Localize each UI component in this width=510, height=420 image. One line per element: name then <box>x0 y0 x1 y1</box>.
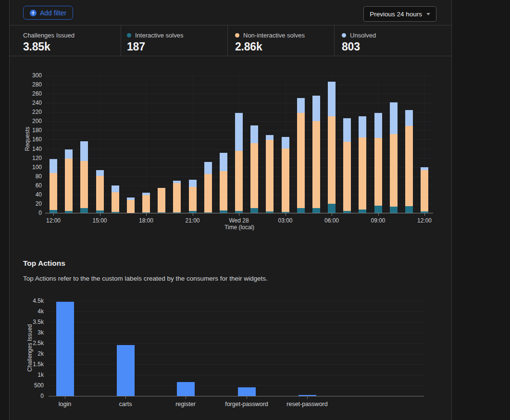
gridline <box>49 301 424 301</box>
y-tick-label: 1k <box>25 371 44 378</box>
x-axis-line <box>49 396 424 396</box>
top-actions-chart: 05001k1.5k2k2.5k3k3.5k4k4.5klogincartsre… <box>10 0 451 420</box>
y-tick-label: 0 <box>25 393 44 399</box>
category-label: reset-password <box>278 401 336 408</box>
gridline <box>49 364 424 365</box>
tick-mark <box>247 396 247 399</box>
tick-mark <box>307 396 308 399</box>
gridline <box>49 385 424 386</box>
category-label: forget-password <box>218 401 275 408</box>
y-tick-label: 3k <box>25 329 44 336</box>
bar[interactable] <box>238 387 256 396</box>
gridline <box>49 343 424 344</box>
y-tick-label: 3.5k <box>25 319 44 325</box>
y-tick-label: 2.5k <box>25 340 44 346</box>
gridline <box>49 354 424 354</box>
bar[interactable] <box>56 302 74 396</box>
gridline <box>49 322 424 322</box>
y-tick-label: 2k <box>25 350 44 357</box>
tick-mark <box>65 396 65 399</box>
y-tick-label: 1.5k <box>25 361 44 368</box>
category-label: login <box>36 401 94 408</box>
y-tick-label: 500 <box>25 382 44 389</box>
analytics-panel: Add filter Previous 24 hours Challenges … <box>9 0 452 420</box>
bar[interactable] <box>117 345 135 396</box>
category-label: carts <box>97 401 154 408</box>
tick-mark <box>186 396 186 399</box>
tick-mark <box>125 396 126 399</box>
y-tick-label: 4k <box>25 308 44 315</box>
gridline <box>49 375 424 375</box>
y-tick-label: 4.5k <box>25 297 44 304</box>
gridline <box>49 333 424 333</box>
gridline <box>49 311 424 312</box>
category-label: register <box>157 401 214 408</box>
bar[interactable] <box>177 382 195 396</box>
